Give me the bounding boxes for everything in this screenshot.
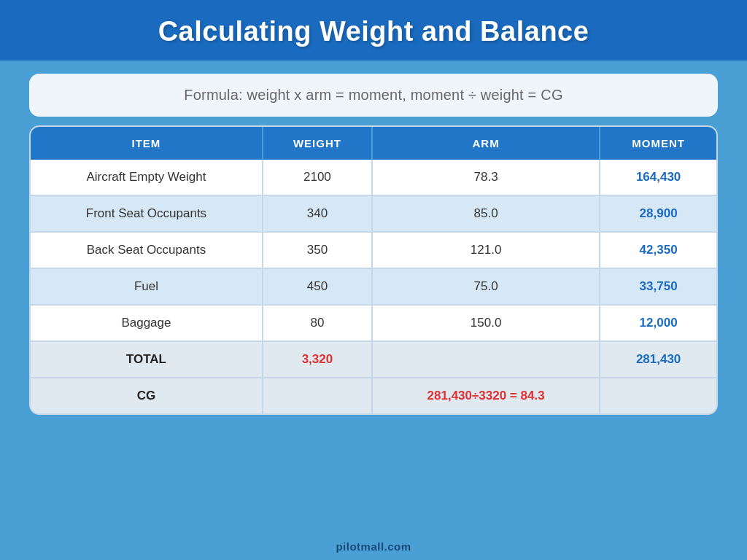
col-header-item: ITEM xyxy=(31,127,263,160)
cell-weight: 2100 xyxy=(263,160,372,195)
page-title: Calculating Weight and Balance xyxy=(15,16,732,47)
cell-arm: 150.0 xyxy=(372,305,600,341)
total-moment: 281,430 xyxy=(600,341,716,378)
page-header: Calculating Weight and Balance xyxy=(0,0,747,61)
table-row: Aircraft Empty Weight210078.3164,430 xyxy=(31,160,716,195)
cell-weight: 80 xyxy=(263,305,372,341)
cell-moment: 164,430 xyxy=(600,160,716,195)
cg-moment-empty xyxy=(600,378,716,413)
cell-weight: 350 xyxy=(263,232,372,268)
total-label: TOTAL xyxy=(31,341,263,378)
cell-moment: 33,750 xyxy=(600,268,716,305)
cell-item: Front Seat Occupants xyxy=(31,195,263,232)
total-arm xyxy=(372,341,600,378)
cell-weight: 450 xyxy=(263,268,372,305)
cell-item: Aircraft Empty Weight xyxy=(31,160,263,195)
cg-label: CG xyxy=(31,378,263,413)
total-row: TOTAL3,320281,430 xyxy=(31,341,716,378)
cell-moment: 28,900 xyxy=(600,195,716,232)
table-row: Back Seat Occupants350121.042,350 xyxy=(31,232,716,268)
cg-formula: 281,430÷3320 = 84.3 xyxy=(372,378,600,413)
formula-text: Formula: weight x arm = moment, moment ÷… xyxy=(58,87,689,104)
cell-item: Fuel xyxy=(31,268,263,305)
cg-row: CG281,430÷3320 = 84.3 xyxy=(31,378,716,413)
footer-text: pilotmall.com xyxy=(336,540,411,553)
table-header-row: ITEM WEIGHT ARM MOMENT xyxy=(31,127,716,160)
weight-balance-table: ITEM WEIGHT ARM MOMENT Aircraft Empty We… xyxy=(31,127,716,413)
cell-moment: 12,000 xyxy=(600,305,716,341)
col-header-arm: ARM xyxy=(372,127,600,160)
cell-arm: 85.0 xyxy=(372,195,600,232)
cell-item: Back Seat Occupants xyxy=(31,232,263,268)
cell-moment: 42,350 xyxy=(600,232,716,268)
table-row: Front Seat Occupants34085.028,900 xyxy=(31,195,716,232)
col-header-weight: WEIGHT xyxy=(263,127,372,160)
cell-weight: 340 xyxy=(263,195,372,232)
col-header-moment: MOMENT xyxy=(600,127,716,160)
cell-arm: 121.0 xyxy=(372,232,600,268)
cell-arm: 75.0 xyxy=(372,268,600,305)
cell-item: Baggage xyxy=(31,305,263,341)
formula-box: Formula: weight x arm = moment, moment ÷… xyxy=(29,74,718,117)
footer: pilotmall.com xyxy=(328,533,418,560)
table-row: Baggage80150.012,000 xyxy=(31,305,716,341)
cg-weight-empty xyxy=(263,378,372,413)
cell-arm: 78.3 xyxy=(372,160,600,195)
total-weight: 3,320 xyxy=(263,341,372,378)
table-row: Fuel45075.033,750 xyxy=(31,268,716,305)
weight-balance-table-container: ITEM WEIGHT ARM MOMENT Aircraft Empty We… xyxy=(29,125,718,415)
